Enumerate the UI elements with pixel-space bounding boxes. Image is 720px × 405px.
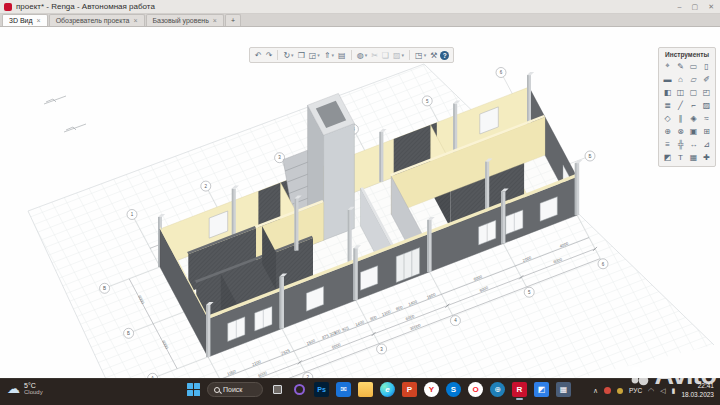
railing-tool-icon[interactable]: ⌐: [687, 99, 700, 111]
save-icon[interactable]: ◲▾: [308, 51, 321, 60]
column-tool-icon[interactable]: ▯: [700, 60, 713, 72]
renga-taskbar-icon[interactable]: R: [512, 382, 527, 397]
room-tool-icon[interactable]: ▣: [687, 125, 700, 137]
equipment-tool-icon[interactable]: ◈: [687, 112, 700, 124]
tab-close-icon[interactable]: ×: [37, 17, 41, 24]
sketch-tool-icon[interactable]: ✐: [700, 73, 713, 85]
new-tab-button[interactable]: +: [225, 14, 241, 26]
collaboration-icon[interactable]: ◳▾: [414, 51, 427, 60]
tray-app-icon[interactable]: [604, 387, 611, 394]
axis-grid-tool-icon[interactable]: ╬: [674, 138, 687, 150]
start-button[interactable]: [186, 383, 200, 397]
table-tool-icon[interactable]: ▦: [687, 151, 700, 163]
sync-icon[interactable]: ↻▾: [282, 51, 294, 60]
window-title: проект* - Renga - Автономная работа: [16, 2, 155, 11]
photos-app-icon[interactable]: ◩: [534, 382, 549, 397]
pencil-tool-icon[interactable]: ✎: [674, 60, 687, 72]
tray-app-icon[interactable]: [617, 388, 623, 394]
minimize-button[interactable]: –: [678, 0, 682, 13]
chevron-down-icon[interactable]: ▾: [402, 52, 405, 58]
loop-app-icon[interactable]: [292, 382, 307, 397]
chevron-down-icon[interactable]: ▾: [332, 52, 335, 58]
chevron-down-icon[interactable]: ▾: [291, 52, 294, 58]
open-project-icon[interactable]: ❒: [297, 51, 306, 60]
opera-browser-icon[interactable]: O: [468, 382, 483, 397]
help-icon[interactable]: ?: [440, 51, 449, 60]
shaft-tool-icon[interactable]: ◰: [700, 86, 713, 98]
chevron-down-icon[interactable]: ▾: [424, 52, 427, 58]
search-placeholder: Поиск: [223, 386, 242, 393]
beam-tool-icon[interactable]: ▬: [661, 73, 674, 85]
window-tool-icon[interactable]: ◫: [674, 86, 687, 98]
axis-label: Б: [127, 331, 130, 336]
fixture-tool-icon[interactable]: ⊗: [674, 125, 687, 137]
hatch-tool-icon[interactable]: ▨: [700, 99, 713, 111]
paste-glyph: ▨: [393, 51, 401, 60]
stair-tool-icon[interactable]: ≣: [661, 99, 674, 111]
powerpoint-app-icon[interactable]: P: [402, 382, 417, 397]
axis-bubble: 6: [496, 68, 506, 78]
tools-grid: ⌖ ✎ ▭ ▯ ▬ ⌂ ▱ ✐ ◧ ◫ ▢ ◰ ≣ ╱ ⌐ ▨ ◇ ∥ ◈ ≈ …: [661, 60, 713, 163]
tab-project-explorer[interactable]: Обозреватель проекта ×: [49, 14, 145, 26]
select-tool-icon[interactable]: ⌖: [661, 60, 674, 72]
language-indicator[interactable]: РУС: [629, 387, 642, 394]
cut-icon[interactable]: ✂: [370, 51, 379, 60]
visual-style-icon[interactable]: ◍▾: [356, 51, 369, 60]
weather-widget[interactable]: ☁ 5°C Cloudy: [7, 382, 43, 395]
tab-close-icon[interactable]: ×: [133, 17, 137, 24]
print-icon[interactable]: ▤: [337, 51, 347, 60]
file-explorer-icon[interactable]: [358, 382, 373, 397]
battery-icon[interactable]: ▮: [672, 387, 676, 395]
elevation-marks: [44, 96, 86, 132]
duct-tool-icon[interactable]: ◇: [661, 112, 674, 124]
paste-icon[interactable]: ▨▾: [392, 51, 405, 60]
wall-tool-icon[interactable]: ▭: [687, 60, 700, 72]
copy-icon[interactable]: ❏: [381, 51, 390, 60]
dimension-tool-icon[interactable]: ↔: [687, 138, 700, 150]
3d-viewport[interactable]: 1950 2100 2625 1500 875 325 400 925 1400…: [0, 27, 720, 378]
photoshop-app-icon[interactable]: Ps: [314, 382, 329, 397]
chevron-down-icon[interactable]: ▾: [365, 52, 368, 58]
task-view-button[interactable]: [270, 382, 285, 397]
chevron-down-icon[interactable]: ▾: [317, 52, 320, 58]
mail-app-icon[interactable]: ✉: [336, 382, 351, 397]
axis-label: Б: [589, 154, 592, 159]
wifi-icon[interactable]: ◠: [648, 387, 654, 395]
search-box[interactable]: Поиск: [207, 382, 263, 397]
edge-browser-icon[interactable]: e: [380, 382, 395, 397]
skype-app-icon[interactable]: S: [446, 382, 461, 397]
pipe-tool-icon[interactable]: ∥: [674, 112, 687, 124]
undo-icon[interactable]: ↶: [254, 51, 263, 60]
slab-tool-icon[interactable]: ▱: [687, 73, 700, 85]
maximize-button[interactable]: ▢: [692, 0, 699, 13]
yandex-browser-icon[interactable]: Y: [424, 382, 439, 397]
tab-close-icon[interactable]: ×: [213, 17, 217, 24]
calculator-app-icon[interactable]: ▦: [556, 382, 571, 397]
volume-icon[interactable]: ◁: [660, 387, 665, 395]
export-icon[interactable]: ⇑▾: [323, 51, 335, 60]
opening-tool-icon[interactable]: ▢: [687, 86, 700, 98]
elevation-mark-tool-icon[interactable]: ⊿: [700, 138, 713, 150]
plumbing-tool-icon[interactable]: ⊕: [661, 125, 674, 137]
clock-widget[interactable]: 22:41 18.03.2023: [681, 382, 714, 400]
redo-icon[interactable]: ↷: [265, 51, 274, 60]
close-button[interactable]: ✕: [708, 0, 714, 13]
section-tool-icon[interactable]: ◩: [661, 151, 674, 163]
roof-tool-icon[interactable]: ⌂: [674, 73, 687, 85]
level-tool-icon[interactable]: ≡: [661, 138, 674, 150]
tab-base-level[interactable]: Базовый уровень ×: [146, 14, 224, 26]
tab-3d-view[interactable]: 3D Вид ×: [2, 14, 48, 26]
assembly-tool-icon[interactable]: ⊞: [700, 125, 713, 137]
measure-tools-icon[interactable]: ⚒: [429, 51, 438, 60]
sync-glyph: ↻: [283, 51, 290, 60]
tray-chevron-icon[interactable]: ∧: [593, 387, 598, 395]
axis-bubble: 1: [127, 210, 137, 220]
route-tool-icon[interactable]: ≈: [700, 112, 713, 124]
axis-bubble: 3: [377, 344, 387, 354]
browser-app-icon[interactable]: ⊕: [490, 382, 505, 397]
toolbar-separator: [409, 50, 410, 60]
door-tool-icon[interactable]: ◧: [661, 86, 674, 98]
ramp-tool-icon[interactable]: ╱: [674, 99, 687, 111]
text-tool-icon[interactable]: T: [674, 151, 687, 163]
style-tool-icon[interactable]: ✚: [700, 151, 713, 163]
